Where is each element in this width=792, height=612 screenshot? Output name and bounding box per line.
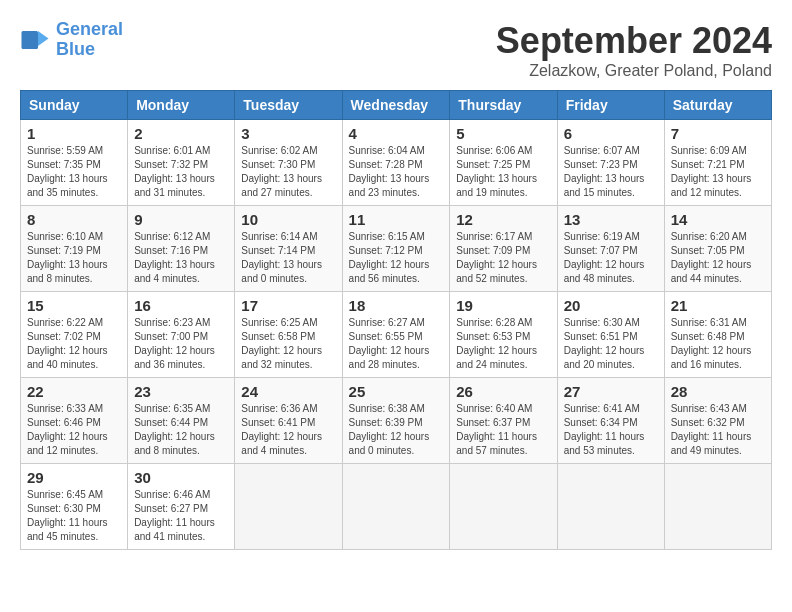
page-header: General Blue September 2024 Zelazkow, Gr… (20, 20, 772, 80)
calendar-week-row: 8Sunrise: 6:10 AM Sunset: 7:19 PM Daylig… (21, 206, 772, 292)
logo: General Blue (20, 20, 123, 60)
calendar-cell (450, 464, 557, 550)
day-info: Sunrise: 6:20 AM Sunset: 7:05 PM Dayligh… (671, 230, 765, 286)
calendar-cell: 18Sunrise: 6:27 AM Sunset: 6:55 PM Dayli… (342, 292, 450, 378)
calendar-cell: 22Sunrise: 6:33 AM Sunset: 6:46 PM Dayli… (21, 378, 128, 464)
day-info: Sunrise: 6:38 AM Sunset: 6:39 PM Dayligh… (349, 402, 444, 458)
day-info: Sunrise: 6:09 AM Sunset: 7:21 PM Dayligh… (671, 144, 765, 200)
day-number: 13 (564, 211, 658, 228)
day-info: Sunrise: 6:17 AM Sunset: 7:09 PM Dayligh… (456, 230, 550, 286)
day-number: 30 (134, 469, 228, 486)
day-info: Sunrise: 6:04 AM Sunset: 7:28 PM Dayligh… (349, 144, 444, 200)
calendar-cell: 16Sunrise: 6:23 AM Sunset: 7:00 PM Dayli… (128, 292, 235, 378)
calendar-cell: 14Sunrise: 6:20 AM Sunset: 7:05 PM Dayli… (664, 206, 771, 292)
day-info: Sunrise: 6:25 AM Sunset: 6:58 PM Dayligh… (241, 316, 335, 372)
day-info: Sunrise: 6:40 AM Sunset: 6:37 PM Dayligh… (456, 402, 550, 458)
calendar-cell: 11Sunrise: 6:15 AM Sunset: 7:12 PM Dayli… (342, 206, 450, 292)
day-info: Sunrise: 6:41 AM Sunset: 6:34 PM Dayligh… (564, 402, 658, 458)
calendar-cell: 17Sunrise: 6:25 AM Sunset: 6:58 PM Dayli… (235, 292, 342, 378)
day-number: 21 (671, 297, 765, 314)
day-number: 9 (134, 211, 228, 228)
calendar-week-row: 22Sunrise: 6:33 AM Sunset: 6:46 PM Dayli… (21, 378, 772, 464)
day-info: Sunrise: 6:35 AM Sunset: 6:44 PM Dayligh… (134, 402, 228, 458)
calendar-cell: 30Sunrise: 6:46 AM Sunset: 6:27 PM Dayli… (128, 464, 235, 550)
day-info: Sunrise: 6:19 AM Sunset: 7:07 PM Dayligh… (564, 230, 658, 286)
day-number: 20 (564, 297, 658, 314)
day-number: 18 (349, 297, 444, 314)
svg-rect-0 (22, 31, 39, 49)
weekday-header-row: SundayMondayTuesdayWednesdayThursdayFrid… (21, 91, 772, 120)
calendar-cell: 23Sunrise: 6:35 AM Sunset: 6:44 PM Dayli… (128, 378, 235, 464)
calendar-cell: 26Sunrise: 6:40 AM Sunset: 6:37 PM Dayli… (450, 378, 557, 464)
calendar-cell: 20Sunrise: 6:30 AM Sunset: 6:51 PM Dayli… (557, 292, 664, 378)
day-info: Sunrise: 5:59 AM Sunset: 7:35 PM Dayligh… (27, 144, 121, 200)
logo-icon (20, 25, 50, 55)
day-number: 5 (456, 125, 550, 142)
weekday-header: Thursday (450, 91, 557, 120)
day-number: 3 (241, 125, 335, 142)
weekday-header: Tuesday (235, 91, 342, 120)
calendar-cell: 1Sunrise: 5:59 AM Sunset: 7:35 PM Daylig… (21, 120, 128, 206)
month-title: September 2024 (496, 20, 772, 62)
day-number: 28 (671, 383, 765, 400)
day-number: 12 (456, 211, 550, 228)
calendar-cell: 15Sunrise: 6:22 AM Sunset: 7:02 PM Dayli… (21, 292, 128, 378)
day-number: 7 (671, 125, 765, 142)
day-number: 27 (564, 383, 658, 400)
day-number: 25 (349, 383, 444, 400)
day-number: 15 (27, 297, 121, 314)
logo-text: General Blue (56, 20, 123, 60)
calendar-cell: 19Sunrise: 6:28 AM Sunset: 6:53 PM Dayli… (450, 292, 557, 378)
day-info: Sunrise: 6:14 AM Sunset: 7:14 PM Dayligh… (241, 230, 335, 286)
calendar-cell: 10Sunrise: 6:14 AM Sunset: 7:14 PM Dayli… (235, 206, 342, 292)
weekday-header: Monday (128, 91, 235, 120)
day-number: 11 (349, 211, 444, 228)
calendar-cell: 25Sunrise: 6:38 AM Sunset: 6:39 PM Dayli… (342, 378, 450, 464)
day-number: 14 (671, 211, 765, 228)
calendar-cell: 3Sunrise: 6:02 AM Sunset: 7:30 PM Daylig… (235, 120, 342, 206)
logo-line1: General (56, 19, 123, 39)
calendar-cell: 9Sunrise: 6:12 AM Sunset: 7:16 PM Daylig… (128, 206, 235, 292)
day-info: Sunrise: 6:46 AM Sunset: 6:27 PM Dayligh… (134, 488, 228, 544)
day-number: 8 (27, 211, 121, 228)
calendar-cell: 21Sunrise: 6:31 AM Sunset: 6:48 PM Dayli… (664, 292, 771, 378)
day-number: 6 (564, 125, 658, 142)
calendar-cell: 27Sunrise: 6:41 AM Sunset: 6:34 PM Dayli… (557, 378, 664, 464)
calendar-cell (342, 464, 450, 550)
calendar-table: SundayMondayTuesdayWednesdayThursdayFrid… (20, 90, 772, 550)
calendar-week-row: 1Sunrise: 5:59 AM Sunset: 7:35 PM Daylig… (21, 120, 772, 206)
day-info: Sunrise: 6:27 AM Sunset: 6:55 PM Dayligh… (349, 316, 444, 372)
calendar-cell: 28Sunrise: 6:43 AM Sunset: 6:32 PM Dayli… (664, 378, 771, 464)
calendar-cell: 4Sunrise: 6:04 AM Sunset: 7:28 PM Daylig… (342, 120, 450, 206)
calendar-cell: 7Sunrise: 6:09 AM Sunset: 7:21 PM Daylig… (664, 120, 771, 206)
day-info: Sunrise: 6:01 AM Sunset: 7:32 PM Dayligh… (134, 144, 228, 200)
day-info: Sunrise: 6:02 AM Sunset: 7:30 PM Dayligh… (241, 144, 335, 200)
day-info: Sunrise: 6:07 AM Sunset: 7:23 PM Dayligh… (564, 144, 658, 200)
day-number: 4 (349, 125, 444, 142)
day-info: Sunrise: 6:43 AM Sunset: 6:32 PM Dayligh… (671, 402, 765, 458)
day-number: 2 (134, 125, 228, 142)
location: Zelazkow, Greater Poland, Poland (496, 62, 772, 80)
calendar-cell: 13Sunrise: 6:19 AM Sunset: 7:07 PM Dayli… (557, 206, 664, 292)
calendar-cell: 5Sunrise: 6:06 AM Sunset: 7:25 PM Daylig… (450, 120, 557, 206)
calendar-week-row: 15Sunrise: 6:22 AM Sunset: 7:02 PM Dayli… (21, 292, 772, 378)
day-info: Sunrise: 6:28 AM Sunset: 6:53 PM Dayligh… (456, 316, 550, 372)
day-number: 16 (134, 297, 228, 314)
day-info: Sunrise: 6:33 AM Sunset: 6:46 PM Dayligh… (27, 402, 121, 458)
day-info: Sunrise: 6:22 AM Sunset: 7:02 PM Dayligh… (27, 316, 121, 372)
calendar-cell (664, 464, 771, 550)
calendar-cell: 6Sunrise: 6:07 AM Sunset: 7:23 PM Daylig… (557, 120, 664, 206)
day-info: Sunrise: 6:15 AM Sunset: 7:12 PM Dayligh… (349, 230, 444, 286)
day-number: 1 (27, 125, 121, 142)
day-info: Sunrise: 6:31 AM Sunset: 6:48 PM Dayligh… (671, 316, 765, 372)
day-info: Sunrise: 6:45 AM Sunset: 6:30 PM Dayligh… (27, 488, 121, 544)
calendar-cell: 29Sunrise: 6:45 AM Sunset: 6:30 PM Dayli… (21, 464, 128, 550)
day-number: 24 (241, 383, 335, 400)
calendar-cell (557, 464, 664, 550)
day-info: Sunrise: 6:30 AM Sunset: 6:51 PM Dayligh… (564, 316, 658, 372)
calendar-week-row: 29Sunrise: 6:45 AM Sunset: 6:30 PM Dayli… (21, 464, 772, 550)
calendar-cell (235, 464, 342, 550)
day-info: Sunrise: 6:36 AM Sunset: 6:41 PM Dayligh… (241, 402, 335, 458)
day-info: Sunrise: 6:23 AM Sunset: 7:00 PM Dayligh… (134, 316, 228, 372)
weekday-header: Saturday (664, 91, 771, 120)
